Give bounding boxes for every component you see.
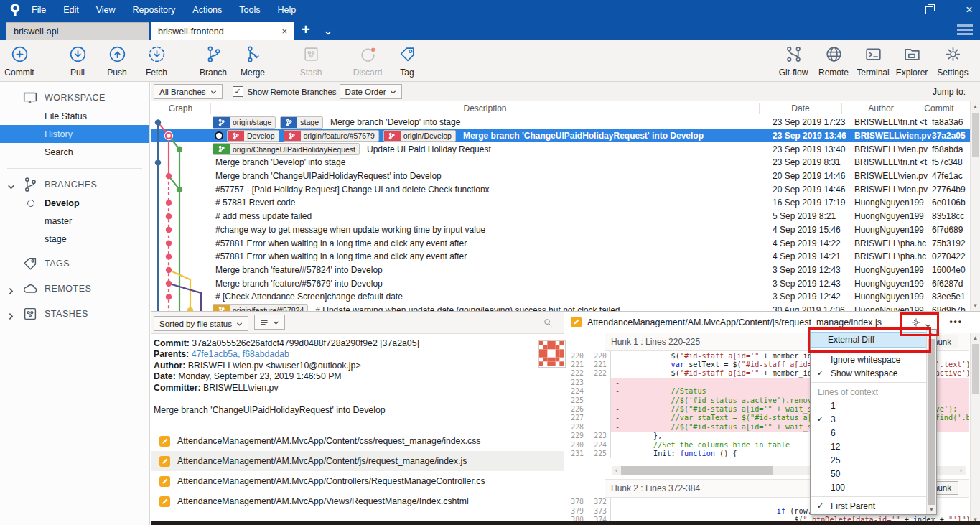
commit-row[interactable]: Merge branch 'ChangeUIPaidHolidayRequest… [151, 169, 980, 183]
sidebar-section-tags[interactable]: TAGS [0, 254, 149, 273]
menu-item-6[interactable]: 6 [811, 426, 926, 440]
parent-commit-links[interactable]: 47fe1acb5a, f68abdadab [192, 349, 289, 359]
menu-item-3[interactable]: ✓ 3 [811, 412, 926, 426]
branch-label[interactable]: stage [280, 116, 323, 129]
scroll-up-icon[interactable]: ▲ [927, 331, 936, 338]
branch-label[interactable]: origin/feature/#57824 [213, 304, 308, 311]
diff-options-button[interactable] [906, 314, 935, 330]
commit-row[interactable]: Merge branch 'feature/#57824' into Devel… [151, 264, 980, 277]
toolbar-button-merge[interactable]: Merge [227, 45, 279, 78]
branch-label[interactable]: origin/ChangeUIPaidHolidayRequest [213, 143, 360, 155]
tab-briswell-frontend[interactable]: briswell-frontend× [151, 22, 294, 40]
sidebar-section-stashes[interactable]: STASHES [0, 305, 149, 323]
menu-item-1[interactable]: 1 [811, 399, 926, 412]
commit-row[interactable]: #57881 Error when waiting in a long time… [151, 250, 980, 264]
commit-row[interactable]: origin/stagestageMerge branch 'Develop' … [151, 116, 980, 129]
commit-row[interactable]: #57757 - [Paid Holiday Request] Change U… [151, 182, 980, 196]
close-button[interactable]: × [963, 4, 976, 17]
menu-item-100[interactable]: 100 [811, 480, 926, 494]
commit-list-scrollbar[interactable]: ▲ ▼ [970, 101, 980, 311]
hamburger-menu-icon[interactable] [957, 24, 973, 35]
sidebar-section-workspace[interactable]: WORKSPACE [0, 88, 149, 107]
menu-repository[interactable]: Repository [133, 5, 176, 15]
branch-label[interactable]: Develop [227, 130, 279, 142]
sidebar-section-branches[interactable]: BRANCHES [0, 175, 149, 194]
branch-label[interactable]: origin/Develop [383, 130, 456, 142]
menu-edit[interactable]: Edit [63, 5, 79, 15]
menu-scrollbar[interactable]: ▲ ▼ [926, 330, 936, 514]
menu-view[interactable]: View [96, 5, 116, 15]
tab-briswell-api[interactable]: briswell-api [6, 22, 149, 40]
show-remote-checkbox[interactable]: ✓ [233, 86, 243, 97]
column-header-author[interactable]: Author [841, 103, 920, 114]
column-header-date[interactable]: Date [759, 103, 841, 114]
diff-scrollbar[interactable]: ▲ ▼ [970, 333, 980, 525]
scroll-up-icon[interactable]: ▲ [971, 335, 980, 341]
file-row[interactable]: AttendanceManagement/AM.MvcApp/Content/j… [151, 451, 564, 471]
toolbar-button-stash[interactable]: Stash [285, 45, 337, 78]
sidebar-section-remotes[interactable]: REMOTES [0, 279, 149, 298]
scrollbar-thumb[interactable] [972, 113, 979, 157]
commit-row[interactable]: Merge branch 'Develop' into stage 23 Sep… [151, 156, 980, 169]
close-tab-icon[interactable]: × [281, 26, 287, 37]
menu-item-50[interactable]: 50 [811, 467, 926, 480]
new-tab-button[interactable]: + [302, 22, 310, 38]
menu-item-first-parent[interactable]: ✓ First Parent [811, 499, 926, 513]
menu-item-show-whitespace[interactable]: ✓ Show whitespace [811, 366, 926, 380]
sidebar-item-file-status[interactable]: File Status [0, 107, 149, 125]
sidebar-item-master[interactable]: master [0, 212, 149, 230]
more-options-icon[interactable]: ••• [949, 317, 963, 327]
branch-filter-dropdown[interactable]: All Branches [154, 84, 223, 99]
menu-item-12[interactable]: 12 [811, 440, 926, 453]
toolbar-button-fetch[interactable]: Fetch [131, 45, 182, 78]
tab-list-caret-icon[interactable] [325, 27, 332, 34]
restore-button[interactable] [923, 4, 935, 17]
toolbar-button-settings[interactable]: Settings [927, 45, 979, 78]
scrollbar-thumb[interactable] [621, 466, 773, 475]
file-row[interactable]: AttendanceManagement/AM.MvcApp/Controlle… [151, 471, 564, 491]
scroll-down-icon[interactable]: ▼ [927, 506, 936, 513]
commit-row[interactable]: # [Check Attendance Screen]change defaul… [151, 290, 980, 304]
minimize-button[interactable]: – [882, 4, 895, 16]
scroll-left-icon[interactable]: ‹ [612, 466, 621, 475]
sort-dropdown[interactable]: Sorted by file status [154, 316, 248, 331]
sidebar-item-search[interactable]: Search [0, 143, 149, 161]
commit-row[interactable]: #57881 Error when waiting in a long time… [151, 236, 980, 250]
commit-row[interactable]: Developorigin/feature/#57679origin/Devel… [151, 129, 980, 143]
file-row[interactable]: AttendanceManagement/AM.MvcApp/Content/c… [151, 431, 564, 451]
order-dropdown[interactable]: Date Order [340, 84, 403, 99]
branch-label[interactable]: origin/stage [213, 116, 276, 129]
sidebar-item-develop[interactable]: Develop [0, 194, 149, 212]
file-row[interactable]: AttendanceManagement/AM.MvcApp/Views/Req… [151, 491, 564, 511]
menu-help[interactable]: Help [278, 5, 297, 15]
toolbar-button-commit[interactable]: Commit [0, 45, 45, 78]
chevron-right-icon[interactable] [7, 285, 15, 293]
toolbar-button-tag[interactable]: Tag [381, 45, 433, 78]
commit-row[interactable]: # add mess update failed 5 Sep 2019 8:21… [151, 210, 980, 223]
column-header-commit[interactable]: Commit [920, 103, 958, 114]
menu-item-external-diff[interactable]: External Diff [811, 332, 926, 348]
commit-row[interactable]: Merge branch 'feature/#57679' into Devel… [151, 277, 980, 290]
commit-row[interactable]: # 57881 Revert code 16 Sep 2019 17:19 Hu… [151, 196, 980, 210]
commit-row[interactable]: origin/feature/#57824# Update warning wh… [151, 304, 980, 311]
scroll-down-icon[interactable]: ▼ [971, 302, 980, 309]
commit-row[interactable]: origin/ChangeUIPaidHolidayRequestUpdate … [151, 142, 980, 156]
sidebar-item-stage[interactable]: stage [0, 230, 149, 248]
search-icon[interactable] [542, 317, 554, 328]
commit-row[interactable]: #change way to get message when update w… [151, 223, 980, 237]
scrollbar-thumb[interactable] [972, 344, 979, 394]
menu-tools[interactable]: Tools [239, 5, 260, 15]
branch-label[interactable]: origin/feature/#57679 [284, 130, 379, 142]
column-header-description[interactable]: Description [210, 103, 759, 114]
menu-actions[interactable]: Actions [192, 5, 222, 15]
column-header-graph[interactable]: Graph [151, 103, 210, 114]
scroll-up-icon[interactable]: ▲ [971, 103, 980, 110]
scroll-right-icon[interactable]: › [956, 466, 966, 475]
menu-item-25[interactable]: 25 [811, 453, 926, 467]
chevron-right-icon[interactable] [7, 310, 15, 318]
sidebar-item-history[interactable]: History [0, 125, 149, 143]
menu-item-ignore-whitespace[interactable]: Ignore whitespace [811, 353, 926, 366]
chevron-down-icon[interactable] [7, 181, 15, 189]
scrollbar-thumb[interactable] [928, 339, 935, 505]
menu-file[interactable]: File [32, 5, 46, 15]
